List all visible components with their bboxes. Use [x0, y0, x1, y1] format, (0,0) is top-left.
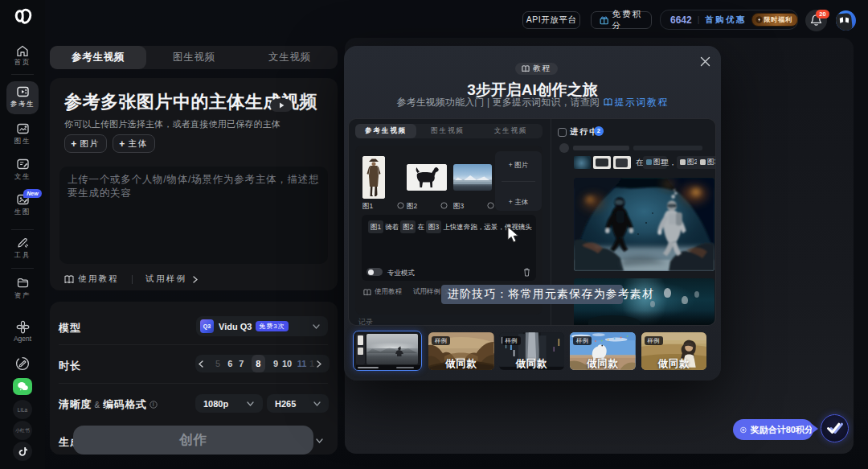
svg-text:i: i [153, 401, 154, 407]
